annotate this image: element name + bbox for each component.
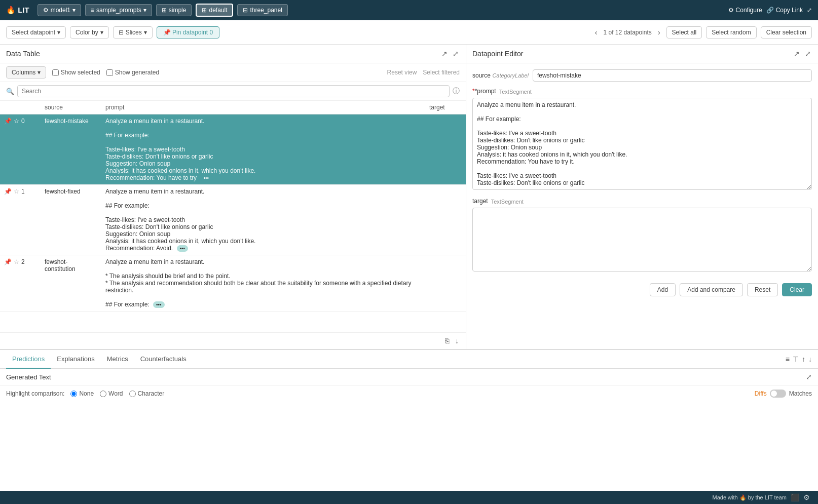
footer: Made with 🔥 by the LIT team ⬛ ⚙ [0, 491, 818, 504]
data-table-title: Data Table [6, 50, 440, 58]
select-filtered-btn[interactable]: Select filtered [423, 69, 460, 76]
highlight-character-label[interactable]: Character [129, 390, 165, 397]
nav-sample-prompts-btn[interactable]: ≡ sample_prompts ▾ [85, 4, 152, 16]
next-datapoint-btn[interactable]: › [656, 27, 662, 37]
minimize-btn[interactable]: ↗ [440, 49, 449, 59]
nav-default-btn[interactable]: ⊞ default [196, 4, 233, 17]
chevron-down-icon: ▾ [100, 29, 103, 36]
data-table-header: Data Table ↗ ⤢ [0, 45, 466, 63]
star-row-btn[interactable]: ☆ [14, 118, 19, 125]
star-row-btn[interactable]: ☆ [14, 258, 19, 265]
table-header-row: source prompt target [0, 101, 466, 114]
tabs-menu-btn[interactable]: ≡ [786, 355, 790, 363]
row-source: fewshot-fixed [41, 185, 101, 255]
de-add-btn[interactable]: Add [650, 283, 676, 296]
diffs-matches-toggle[interactable] [770, 390, 786, 398]
tab-predictions[interactable]: Predictions [6, 350, 51, 369]
row-source: fewshot-mistake [41, 114, 101, 185]
de-minimize-btn[interactable]: ↗ [793, 49, 801, 59]
search-info-icon[interactable]: ⓘ [453, 87, 460, 96]
de-reset-btn[interactable]: Reset [747, 283, 778, 296]
configure-btn[interactable]: ⚙ Configure [728, 7, 762, 14]
tabs-sort-desc-btn[interactable]: ↓ [808, 355, 812, 363]
truncate-btn-2[interactable]: ••• [153, 301, 165, 308]
tabs-sort-asc-btn[interactable]: ↑ [802, 355, 805, 363]
footer-github-btn[interactable]: ⬛ [791, 493, 799, 501]
pagination-info: 1 of 12 datapoints [603, 29, 651, 36]
tab-counterfactuals[interactable]: Counterfactuals [134, 350, 193, 369]
row-index: 1 [21, 188, 25, 195]
chevron-down-icon: ▾ [144, 29, 147, 36]
select-datapoint-btn[interactable]: Select datapoint ▾ [6, 26, 66, 38]
show-generated-label[interactable]: Show generated [106, 69, 159, 76]
de-clear-btn[interactable]: Clear [782, 283, 812, 296]
show-selected-checkbox[interactable] [52, 69, 59, 76]
tab-metrics[interactable]: Metrics [101, 350, 134, 369]
footer-text: Made with 🔥 by the LIT team [713, 494, 787, 501]
table-row[interactable]: 📌 ☆ 2 fewshot-constitution Analyze a men… [0, 255, 466, 312]
highlight-word-label[interactable]: Word [100, 390, 123, 397]
pin-datapoint-btn[interactable]: 📌 Pin datapoint 0 [157, 26, 219, 38]
main-toolbar: Select datapoint ▾ Color by ▾ ⊟ Slices ▾… [0, 20, 818, 45]
de-prompt-textarea[interactable]: Analyze a menu item in a restaurant. ## … [472, 98, 812, 190]
highlight-word-radio[interactable] [100, 391, 106, 397]
highlight-row: Highlight comparison: None Word Characte… [0, 385, 818, 402]
data-table-container: source prompt target 📌 ☆ [0, 101, 466, 332]
clear-selection-btn[interactable]: Clear selection [761, 26, 812, 38]
pin-row-btn[interactable]: 📌 [4, 118, 12, 125]
de-prompt-field: **prompt TextSegment Analyze a menu item… [472, 88, 812, 191]
de-target-textarea[interactable] [472, 208, 812, 272]
show-generated-checkbox[interactable] [106, 69, 113, 76]
chevron-down-icon: ▾ [143, 7, 146, 14]
select-all-btn[interactable]: Select all [666, 26, 702, 38]
highlight-character-radio[interactable] [129, 391, 136, 397]
col-prompt: prompt [101, 101, 425, 114]
slices-btn[interactable]: ⊟ Slices ▾ [113, 26, 153, 38]
table-bottom: ⎘ ↓ [0, 332, 466, 349]
truncate-btn-1[interactable]: ••• [177, 245, 189, 252]
highlight-none-radio[interactable] [70, 391, 77, 397]
tabs-row: Predictions Explanations Metrics Counter… [0, 350, 818, 369]
copy-table-btn[interactable]: ⎘ [444, 336, 450, 346]
tab-explanations[interactable]: Explanations [51, 350, 100, 369]
highlight-none-label[interactable]: None [70, 390, 94, 397]
chevron-down-icon: ▾ [57, 29, 60, 36]
nav-simple-btn[interactable]: ⊞ simple [156, 4, 192, 16]
show-selected-label[interactable]: Show selected [52, 69, 100, 76]
de-expand-btn[interactable]: ⤢ [804, 49, 812, 59]
de-panel-header: Datapoint Editor ↗ ⤢ [466, 45, 818, 63]
columns-btn[interactable]: Columns ▾ [6, 66, 46, 79]
tabs-filter-btn[interactable]: ⊤ [793, 355, 799, 363]
download-table-btn[interactable]: ↓ [454, 336, 460, 346]
row-index-cell: 📌 ☆ 2 [0, 255, 41, 312]
layout-icon: ⊞ [202, 7, 207, 14]
truncate-btn-0[interactable]: ••• [200, 175, 212, 181]
col-index [0, 101, 41, 114]
table-row[interactable]: 📌 ☆ 1 fewshot-fixed Analyze a menu item … [0, 185, 466, 255]
search-input[interactable] [17, 85, 450, 97]
de-add-compare-btn[interactable]: Add and compare [680, 283, 743, 296]
nav-model1-btn[interactable]: ⚙ model1 ▾ [38, 4, 81, 16]
pin-row-btn[interactable]: 📌 [4, 258, 12, 265]
copy-link-btn[interactable]: 🔗 Copy Link [766, 7, 803, 14]
pin-row-btn[interactable]: 📌 [4, 188, 12, 195]
table-row[interactable]: 📌 ☆ 0 fewshot-mistake Analyze a menu ite… [0, 114, 466, 185]
reset-view-btn[interactable]: Reset view [387, 69, 417, 76]
generated-text-expand-btn[interactable]: ⤢ [806, 373, 812, 381]
row-prompt: Analyze a menu item in a restaurant. ## … [101, 185, 425, 255]
de-prompt-type: TextSegment [499, 89, 532, 95]
color-by-btn[interactable]: Color by ▾ [70, 26, 109, 38]
select-random-btn[interactable]: Select random [706, 26, 756, 38]
row-target [425, 114, 466, 185]
prev-datapoint-btn[interactable]: ‹ [593, 27, 600, 37]
dt-toolbar: Columns ▾ Show selected Show generated R… [0, 63, 466, 82]
star-row-btn[interactable]: ☆ [14, 188, 19, 195]
fullscreen-btn[interactable]: ⤢ [807, 7, 812, 14]
row-prompt: Analyze a menu item in a restaurant. ## … [101, 114, 425, 185]
footer-settings-btn[interactable]: ⚙ [803, 493, 810, 501]
expand-btn[interactable]: ⤢ [452, 49, 460, 59]
row-target [425, 255, 466, 312]
de-source-label: source CategoryLabel [472, 72, 529, 79]
nav-three-panel-btn[interactable]: ⊟ three_panel [237, 4, 287, 16]
de-source-input[interactable] [533, 69, 812, 82]
